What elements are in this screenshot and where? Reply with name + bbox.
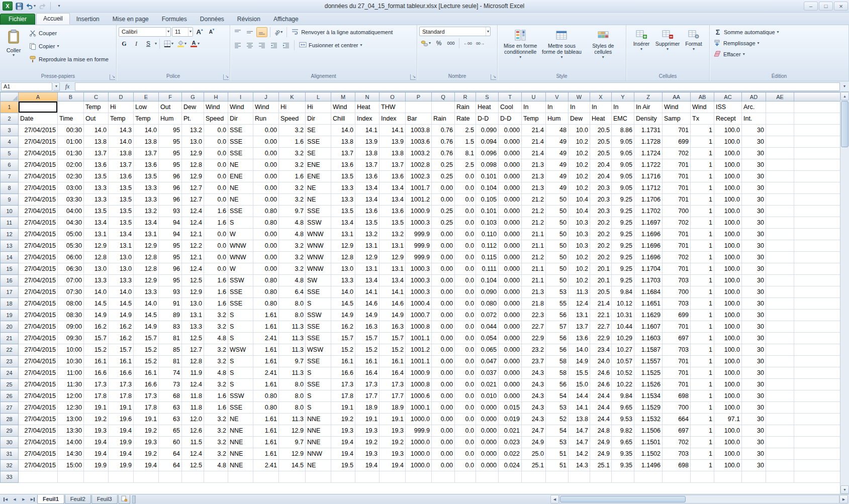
underline-button[interactable]: S — [143, 39, 154, 49]
cell-N20[interactable]: 16.3 — [355, 321, 380, 333]
cell-W15[interactable]: 10.2 — [569, 263, 590, 275]
align-right-button[interactable] — [256, 40, 267, 50]
cell-H32[interactable]: 4.8 — [204, 460, 228, 471]
cell-F12[interactable]: 94 — [159, 229, 182, 240]
cell-P28[interactable]: 1000.0 — [406, 414, 432, 425]
cell-P2[interactable]: Bar — [406, 113, 432, 125]
cell-O3[interactable]: 14.1 — [380, 125, 406, 136]
cell-C1[interactable]: Temp — [84, 102, 109, 113]
cell-W26[interactable]: 14.4 — [569, 390, 590, 402]
cell-E24[interactable]: 16.1 — [134, 367, 159, 379]
cell-H21[interactable]: 4.8 — [204, 333, 228, 344]
cell-P1[interactable] — [406, 102, 432, 113]
cell-C3[interactable]: 14.0 — [84, 125, 109, 136]
conditional-formatting-button[interactable]: Mise en forme conditionnelle — [500, 27, 541, 70]
cell-styles-button[interactable]: Styles de cellules — [583, 27, 624, 70]
cell-Y8[interactable]: 9.05 — [612, 182, 634, 194]
cell-R25[interactable]: 0.0 — [455, 379, 476, 390]
cell-T24[interactable]: 0.000 — [499, 367, 522, 379]
cell-L14[interactable]: WNW — [306, 252, 331, 263]
cell-H30[interactable]: 3.2 — [204, 437, 228, 448]
cell-M23[interactable]: 16.1 — [331, 356, 355, 367]
cell-J5[interactable]: 0.00 — [253, 148, 279, 159]
cell-J14[interactable]: 0.00 — [253, 252, 279, 263]
cell-T20[interactable]: 0.000 — [499, 321, 522, 333]
cell-L11[interactable]: SSW — [306, 217, 331, 229]
cell-S18[interactable]: 0.080 — [476, 298, 499, 310]
cell-K14[interactable]: 3.2 — [279, 252, 306, 263]
cell-AE17[interactable] — [766, 286, 794, 298]
cell-W28[interactable]: 13.8 — [569, 414, 590, 425]
cell-L18[interactable]: S — [306, 298, 331, 310]
cell-R26[interactable]: 0.0 — [455, 390, 476, 402]
cell-AA26[interactable]: 698 — [663, 390, 691, 402]
cell-Z29[interactable]: 1.1506 — [634, 425, 663, 437]
cell-I29[interactable]: NNE — [228, 425, 253, 437]
cell-C31[interactable]: 19.4 — [84, 448, 109, 460]
cell-N12[interactable]: 13.2 — [355, 229, 380, 240]
cell-L16[interactable]: SW — [306, 275, 331, 286]
cut-button[interactable]: Couper — [27, 27, 114, 40]
cell-AE27[interactable] — [766, 402, 794, 414]
cell-R14[interactable]: 0.0 — [455, 252, 476, 263]
cell-Y29[interactable]: 9.82 — [612, 425, 634, 437]
cell-K30[interactable]: 9.7 — [279, 437, 306, 448]
cell-S4[interactable]: 0.094 — [476, 136, 499, 148]
cell-AD13[interactable]: 30 — [742, 240, 766, 252]
cell-P23[interactable]: 1001.1 — [406, 356, 432, 367]
cell-E1[interactable]: Low — [134, 102, 159, 113]
cell-P16[interactable]: 1000.3 — [406, 275, 432, 286]
cell-Z8[interactable]: 1.1712 — [634, 182, 663, 194]
cell-R1[interactable]: Rain — [455, 102, 476, 113]
cell-AC6[interactable]: 100.0 — [714, 159, 742, 171]
cell-V18[interactable]: 55 — [546, 298, 569, 310]
cell-B13[interactable]: 05:30 — [58, 240, 84, 252]
cell-AA3[interactable]: 701 — [663, 125, 691, 136]
close-button[interactable] — [834, 2, 848, 11]
cell-V3[interactable]: 48 — [546, 125, 569, 136]
cell-K6[interactable]: 3.2 — [279, 159, 306, 171]
cell-W31[interactable]: 14.2 — [569, 448, 590, 460]
cell-U25[interactable]: 24.3 — [522, 379, 546, 390]
cell-X14[interactable]: 20.2 — [590, 252, 612, 263]
redo-button[interactable] — [37, 1, 47, 11]
underline-dropdown-arrow[interactable] — [155, 42, 157, 46]
cell-AC11[interactable]: 100.0 — [714, 217, 742, 229]
cell-S28[interactable]: 0.000 — [476, 414, 499, 425]
cell-AD10[interactable]: 30 — [742, 206, 766, 217]
cell-B3[interactable]: 00:30 — [58, 125, 84, 136]
cell-L2[interactable]: Dir — [306, 113, 331, 125]
cell-K18[interactable]: 8.0 — [279, 298, 306, 310]
cell-J3[interactable]: 0.00 — [253, 125, 279, 136]
cell-D29[interactable]: 19.4 — [109, 425, 134, 437]
cell-X26[interactable]: 24.4 — [590, 390, 612, 402]
cell-K27[interactable]: 8.0 — [279, 402, 306, 414]
cell-R13[interactable]: 0.0 — [455, 240, 476, 252]
column-header-H[interactable]: H — [204, 92, 228, 102]
cell-U10[interactable]: 21.2 — [522, 206, 546, 217]
cell-N4[interactable]: 13.9 — [355, 136, 380, 148]
cell-K3[interactable]: 3.2 — [279, 125, 306, 136]
dialog-launcher-clipboard[interactable] — [110, 74, 115, 80]
cell-X9[interactable]: 20.3 — [590, 194, 612, 206]
fill-button[interactable]: Remplissage — [712, 38, 846, 49]
cell-D31[interactable]: 19.4 — [109, 448, 134, 460]
cell-X30[interactable]: 24.9 — [590, 437, 612, 448]
dialog-launcher-alignment[interactable] — [410, 74, 416, 80]
cell-W20[interactable]: 13.7 — [569, 321, 590, 333]
cell-M29[interactable]: 19.3 — [331, 425, 355, 437]
align-center-button[interactable] — [244, 40, 255, 50]
cell-AD8[interactable]: 30 — [742, 182, 766, 194]
cell-O29[interactable]: 19.3 — [380, 425, 406, 437]
cell-V9[interactable]: 50 — [546, 194, 569, 206]
cell-A9[interactable]: 27/04/2015 — [19, 194, 58, 206]
cell-A23[interactable]: 27/04/2015 — [19, 356, 58, 367]
cell-Q26[interactable]: 0.00 — [432, 390, 455, 402]
cell-S24[interactable]: 0.037 — [476, 367, 499, 379]
cell-F25[interactable]: 73 — [159, 379, 182, 390]
cell-P19[interactable]: 1000.7 — [406, 310, 432, 321]
cell-H33[interactable] — [204, 471, 228, 483]
cell-Q20[interactable]: 0.00 — [432, 321, 455, 333]
cell-O21[interactable]: 15.7 — [380, 333, 406, 344]
cell-H14[interactable]: 0.0 — [204, 252, 228, 263]
